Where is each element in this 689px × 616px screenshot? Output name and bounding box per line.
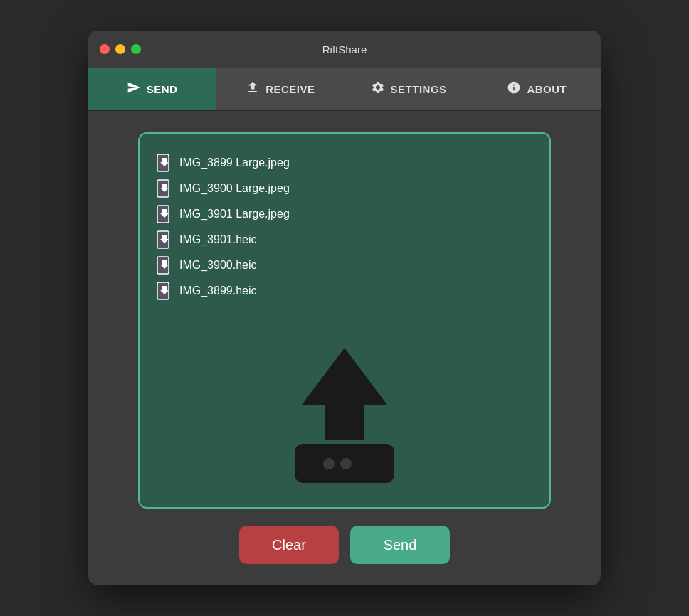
svg-marker-6 — [302, 348, 387, 440]
tab-send[interactable]: SEND — [88, 68, 216, 110]
file-name: IMG_3899 Large.jpeg — [179, 156, 290, 169]
list-item: IMG_3901.heic — [157, 228, 532, 252]
about-icon — [507, 80, 521, 98]
tab-settings-label: SETTINGS — [391, 83, 447, 95]
file-name: IMG_3900 Large.jpeg — [179, 182, 290, 195]
title-bar: RiftShare — [88, 31, 601, 68]
upload-graphic — [266, 334, 423, 493]
file-list: IMG_3899 Large.jpeg IMG_3900 Large.jpeg — [157, 151, 532, 303]
file-icon — [157, 282, 172, 300]
tab-send-label: SEND — [147, 83, 178, 95]
file-name: IMG_3900.heic — [179, 259, 257, 272]
tab-about-label: ABOUT — [527, 83, 567, 95]
list-item: IMG_3899.heic — [157, 279, 532, 303]
receive-icon — [246, 80, 260, 98]
main-content: IMG_3899 Large.jpeg IMG_3900 Large.jpeg — [88, 111, 601, 585]
file-icon — [157, 205, 172, 223]
traffic-lights — [100, 44, 141, 54]
list-item: IMG_3900.heic — [157, 253, 532, 277]
send-button[interactable]: Send — [350, 526, 450, 564]
tab-receive[interactable]: RECEIVE — [216, 68, 344, 110]
file-name: IMG_3901 Large.jpeg — [179, 208, 290, 221]
drop-zone[interactable]: IMG_3899 Large.jpeg IMG_3900 Large.jpeg — [138, 132, 551, 509]
list-item: IMG_3901 Large.jpeg — [157, 202, 532, 226]
file-icon — [157, 230, 172, 249]
app-title: RiftShare — [322, 43, 367, 55]
settings-icon — [371, 80, 385, 98]
maximize-button[interactable] — [131, 44, 141, 54]
file-name: IMG_3901.heic — [179, 233, 257, 246]
list-item: IMG_3900 Large.jpeg — [157, 176, 532, 201]
file-name: IMG_3899.heic — [179, 285, 257, 297]
tab-settings[interactable]: SETTINGS — [345, 68, 473, 110]
file-icon — [157, 179, 172, 198]
nav-bar: SEND RECEIVE SETTINGS A — [88, 68, 601, 111]
minimize-button[interactable] — [115, 44, 125, 54]
close-button[interactable] — [100, 44, 110, 54]
app-window: RiftShare SEND RECEIVE — [88, 31, 601, 585]
svg-point-9 — [340, 458, 352, 469]
file-icon — [157, 256, 172, 275]
clear-button[interactable]: Clear — [239, 526, 339, 564]
svg-point-8 — [323, 458, 335, 469]
tab-receive-label: RECEIVE — [265, 83, 315, 95]
list-item: IMG_3899 Large.jpeg — [157, 151, 532, 175]
action-buttons: Clear Send — [239, 526, 450, 564]
send-icon — [127, 80, 141, 98]
file-icon — [157, 154, 172, 172]
tab-about[interactable]: ABOUT — [473, 68, 601, 110]
